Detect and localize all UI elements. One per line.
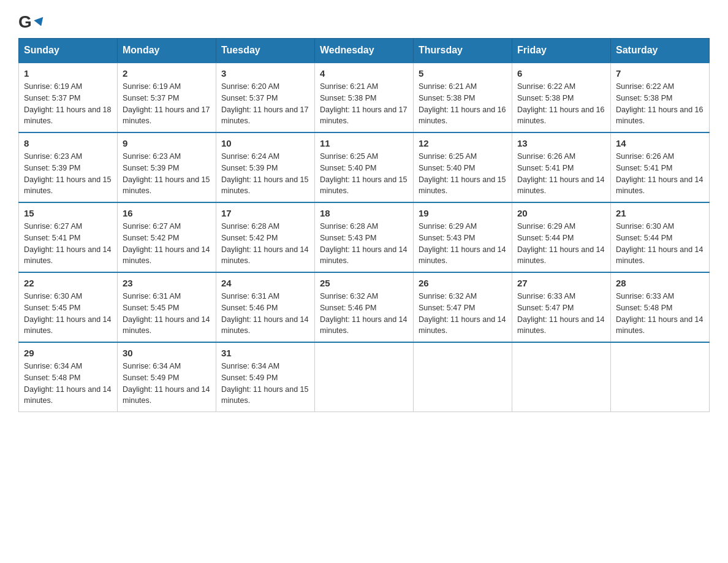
day-number: 11 xyxy=(320,138,408,148)
day-info: Sunrise: 6:34 AMSunset: 5:49 PMDaylight:… xyxy=(123,362,210,405)
calendar-cell: 1Sunrise: 6:19 AMSunset: 5:37 PMDaylight… xyxy=(19,63,118,132)
day-number: 22 xyxy=(24,278,112,288)
calendar-week-row: 15Sunrise: 6:27 AMSunset: 5:41 PMDayligh… xyxy=(19,202,710,272)
day-number: 6 xyxy=(517,68,605,79)
calendar-cell: 14Sunrise: 6:26 AMSunset: 5:41 PMDayligh… xyxy=(611,132,710,202)
day-info: Sunrise: 6:19 AMSunset: 5:37 PMDaylight:… xyxy=(24,82,111,125)
day-info: Sunrise: 6:30 AMSunset: 5:44 PMDaylight:… xyxy=(616,222,703,265)
calendar-cell: 13Sunrise: 6:26 AMSunset: 5:41 PMDayligh… xyxy=(512,132,611,202)
calendar-header-wednesday: Wednesday xyxy=(315,39,414,63)
day-number: 19 xyxy=(419,208,507,218)
day-number: 2 xyxy=(123,68,211,79)
calendar-cell: 28Sunrise: 6:33 AMSunset: 5:48 PMDayligh… xyxy=(611,272,710,342)
day-info: Sunrise: 6:21 AMSunset: 5:38 PMDaylight:… xyxy=(419,82,506,125)
day-number: 15 xyxy=(24,208,112,218)
day-info: Sunrise: 6:32 AMSunset: 5:47 PMDaylight:… xyxy=(419,292,506,335)
calendar-cell: 2Sunrise: 6:19 AMSunset: 5:37 PMDaylight… xyxy=(118,63,216,132)
calendar-table: SundayMondayTuesdayWednesdayThursdayFrid… xyxy=(18,38,710,412)
calendar-cell: 10Sunrise: 6:24 AMSunset: 5:39 PMDayligh… xyxy=(216,132,315,202)
logo: G xyxy=(18,12,45,32)
day-info: Sunrise: 6:22 AMSunset: 5:38 PMDaylight:… xyxy=(616,82,703,125)
calendar-week-row: 29Sunrise: 6:34 AMSunset: 5:48 PMDayligh… xyxy=(19,342,710,412)
day-info: Sunrise: 6:25 AMSunset: 5:40 PMDaylight:… xyxy=(320,152,407,195)
day-info: Sunrise: 6:23 AMSunset: 5:39 PMDaylight:… xyxy=(123,152,210,195)
logo-area: G xyxy=(18,12,45,32)
day-number: 3 xyxy=(221,68,309,79)
logo-blue xyxy=(33,18,45,26)
day-info: Sunrise: 6:19 AMSunset: 5:37 PMDaylight:… xyxy=(123,82,210,125)
day-number: 25 xyxy=(320,278,408,288)
day-number: 28 xyxy=(616,278,704,288)
day-info: Sunrise: 6:27 AMSunset: 5:41 PMDaylight:… xyxy=(24,222,111,265)
day-number: 14 xyxy=(616,138,704,148)
day-info: Sunrise: 6:31 AMSunset: 5:45 PMDaylight:… xyxy=(123,292,210,335)
day-info: Sunrise: 6:34 AMSunset: 5:48 PMDaylight:… xyxy=(24,362,111,405)
calendar-header-monday: Monday xyxy=(118,39,216,63)
calendar-cell: 29Sunrise: 6:34 AMSunset: 5:48 PMDayligh… xyxy=(19,342,118,412)
day-info: Sunrise: 6:34 AMSunset: 5:49 PMDaylight:… xyxy=(221,362,308,405)
calendar-cell: 22Sunrise: 6:30 AMSunset: 5:45 PMDayligh… xyxy=(19,272,118,342)
page-header: G xyxy=(18,12,710,32)
calendar-cell: 11Sunrise: 6:25 AMSunset: 5:40 PMDayligh… xyxy=(315,132,414,202)
day-number: 12 xyxy=(419,138,507,148)
calendar-cell: 19Sunrise: 6:29 AMSunset: 5:43 PMDayligh… xyxy=(414,202,512,272)
day-info: Sunrise: 6:26 AMSunset: 5:41 PMDaylight:… xyxy=(616,152,703,195)
day-number: 29 xyxy=(24,348,112,358)
calendar-header-sunday: Sunday xyxy=(19,39,118,63)
calendar-cell xyxy=(414,342,512,412)
calendar-cell: 26Sunrise: 6:32 AMSunset: 5:47 PMDayligh… xyxy=(414,272,512,342)
calendar-header-row: SundayMondayTuesdayWednesdayThursdayFrid… xyxy=(19,39,710,63)
day-number: 5 xyxy=(419,68,507,79)
day-number: 17 xyxy=(221,208,309,218)
calendar-cell: 17Sunrise: 6:28 AMSunset: 5:42 PMDayligh… xyxy=(216,202,315,272)
day-info: Sunrise: 6:27 AMSunset: 5:42 PMDaylight:… xyxy=(123,222,210,265)
day-info: Sunrise: 6:30 AMSunset: 5:45 PMDaylight:… xyxy=(24,292,111,335)
calendar-cell: 21Sunrise: 6:30 AMSunset: 5:44 PMDayligh… xyxy=(611,202,710,272)
day-info: Sunrise: 6:21 AMSunset: 5:38 PMDaylight:… xyxy=(320,82,407,125)
calendar-cell: 30Sunrise: 6:34 AMSunset: 5:49 PMDayligh… xyxy=(118,342,216,412)
day-number: 20 xyxy=(517,208,605,218)
calendar-week-row: 8Sunrise: 6:23 AMSunset: 5:39 PMDaylight… xyxy=(19,132,710,202)
calendar-cell: 5Sunrise: 6:21 AMSunset: 5:38 PMDaylight… xyxy=(414,63,512,132)
day-number: 18 xyxy=(320,208,408,218)
calendar-cell: 16Sunrise: 6:27 AMSunset: 5:42 PMDayligh… xyxy=(118,202,216,272)
calendar-header-tuesday: Tuesday xyxy=(216,39,315,63)
calendar-header-friday: Friday xyxy=(512,39,611,63)
day-number: 7 xyxy=(616,68,704,79)
calendar-cell: 18Sunrise: 6:28 AMSunset: 5:43 PMDayligh… xyxy=(315,202,414,272)
day-number: 21 xyxy=(616,208,704,218)
calendar-cell xyxy=(512,342,611,412)
logo-text-block xyxy=(33,18,45,26)
day-info: Sunrise: 6:29 AMSunset: 5:43 PMDaylight:… xyxy=(419,222,506,265)
day-number: 10 xyxy=(221,138,309,148)
day-number: 16 xyxy=(123,208,211,218)
logo-g-letter: G xyxy=(18,12,32,32)
day-info: Sunrise: 6:31 AMSunset: 5:46 PMDaylight:… xyxy=(221,292,308,335)
calendar-cell: 24Sunrise: 6:31 AMSunset: 5:46 PMDayligh… xyxy=(216,272,315,342)
day-info: Sunrise: 6:24 AMSunset: 5:39 PMDaylight:… xyxy=(221,152,308,195)
day-info: Sunrise: 6:22 AMSunset: 5:38 PMDaylight:… xyxy=(517,82,604,125)
calendar-cell: 25Sunrise: 6:32 AMSunset: 5:46 PMDayligh… xyxy=(315,272,414,342)
calendar-cell: 20Sunrise: 6:29 AMSunset: 5:44 PMDayligh… xyxy=(512,202,611,272)
day-number: 24 xyxy=(221,278,309,288)
day-number: 9 xyxy=(123,138,211,148)
calendar-week-row: 1Sunrise: 6:19 AMSunset: 5:37 PMDaylight… xyxy=(19,63,710,132)
day-info: Sunrise: 6:28 AMSunset: 5:43 PMDaylight:… xyxy=(320,222,407,265)
day-number: 4 xyxy=(320,68,408,79)
calendar-cell: 6Sunrise: 6:22 AMSunset: 5:38 PMDaylight… xyxy=(512,63,611,132)
calendar-cell: 27Sunrise: 6:33 AMSunset: 5:47 PMDayligh… xyxy=(512,272,611,342)
day-info: Sunrise: 6:20 AMSunset: 5:37 PMDaylight:… xyxy=(221,82,308,125)
calendar-header-thursday: Thursday xyxy=(414,39,512,63)
logo-triangle-icon xyxy=(34,17,45,28)
day-number: 31 xyxy=(221,348,309,358)
day-number: 23 xyxy=(123,278,211,288)
day-number: 27 xyxy=(517,278,605,288)
calendar-cell: 23Sunrise: 6:31 AMSunset: 5:45 PMDayligh… xyxy=(118,272,216,342)
day-info: Sunrise: 6:32 AMSunset: 5:46 PMDaylight:… xyxy=(320,292,407,335)
day-info: Sunrise: 6:33 AMSunset: 5:47 PMDaylight:… xyxy=(517,292,604,335)
day-number: 26 xyxy=(419,278,507,288)
calendar-header-saturday: Saturday xyxy=(611,39,710,63)
day-number: 8 xyxy=(24,138,112,148)
day-info: Sunrise: 6:33 AMSunset: 5:48 PMDaylight:… xyxy=(616,292,703,335)
calendar-cell: 3Sunrise: 6:20 AMSunset: 5:37 PMDaylight… xyxy=(216,63,315,132)
